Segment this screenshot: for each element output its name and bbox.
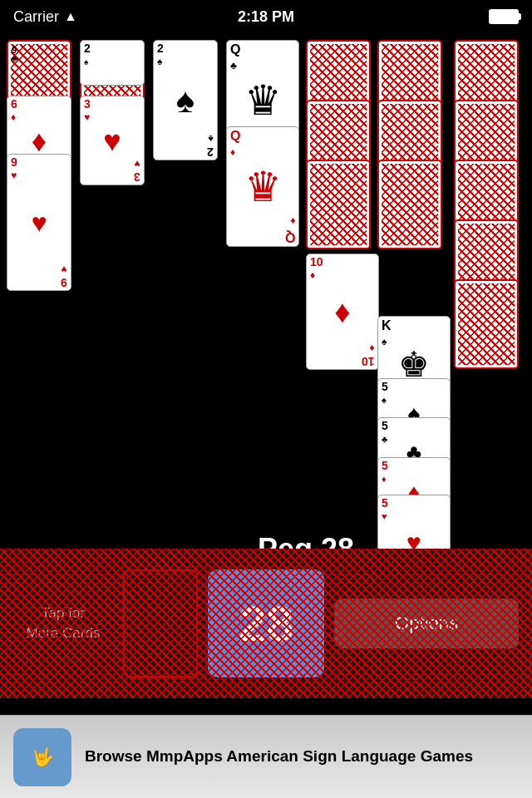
card-2s-peek[interactable]: 2♠ bbox=[80, 40, 145, 86]
deck-card[interactable] bbox=[123, 569, 198, 677]
ad-banner[interactable]: 🤟 Browse MmpApps American Sign Language … bbox=[0, 715, 532, 798]
game-area: ♣ 9 ♣ 6♦ ♦ 6♦ 9♥ ♥ 9♥ 2 ♠ 2♠ 3♥ ♥ 3♥ 2♠ … bbox=[0, 33, 532, 549]
card-2s-tall[interactable]: 2♠ ♠ 2♠ bbox=[153, 40, 218, 160]
status-bar: Carrier ▲ 2:18 PM bbox=[0, 0, 532, 33]
time-display: 2:18 PM bbox=[238, 8, 294, 26]
wifi-icon: ▲ bbox=[64, 9, 77, 24]
ad-icon: 🤟 bbox=[13, 728, 71, 786]
card-9h[interactable]: 9♥ ♥ 9♥ bbox=[7, 154, 71, 291]
bottom-controls: Tap forMore Cards 28 Options bbox=[0, 549, 532, 698]
ad-text: Browse MmpApps American Sign Language Ga… bbox=[85, 746, 473, 767]
card-3h[interactable]: 3♥ ♥ 3♥ bbox=[80, 96, 145, 185]
card-back-c6-3[interactable] bbox=[377, 160, 442, 249]
battery-icon bbox=[489, 9, 519, 24]
card-back-r3[interactable] bbox=[306, 160, 371, 249]
card-back-c7-5[interactable] bbox=[454, 279, 519, 369]
card-5h[interactable]: 5♥ ♥ 5♥ bbox=[377, 495, 451, 549]
carrier-text: Carrier ▲ bbox=[13, 8, 77, 26]
peg-label: Peg 28 bbox=[258, 532, 354, 549]
card-qd[interactable]: Q♦ ♛ Q♦ bbox=[226, 126, 299, 247]
card-10d[interactable]: 10♦ ♦ 10♦ bbox=[306, 254, 379, 370]
